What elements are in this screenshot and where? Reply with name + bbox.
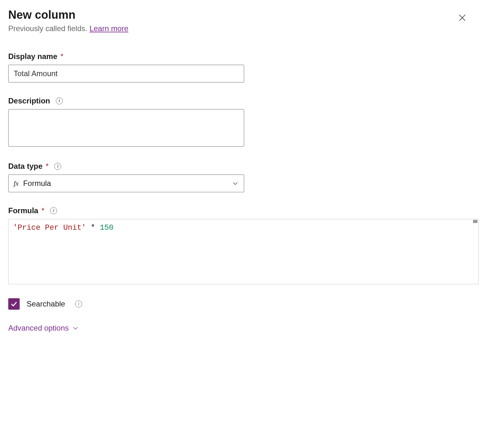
display-name-label-text: Display name: [8, 52, 57, 61]
formula-label-text: Formula: [8, 206, 38, 215]
searchable-row: Searchable i: [8, 298, 472, 310]
panel-title: New column: [8, 8, 128, 22]
required-asterisk: *: [61, 52, 63, 61]
scrollbar-indicator: [473, 220, 477, 223]
learn-more-link[interactable]: Learn more: [89, 24, 128, 33]
description-field-group: Description i: [8, 96, 472, 148]
close-icon: [458, 13, 467, 22]
data-type-dropdown[interactable]: fx Formula: [8, 175, 244, 192]
chevron-down-icon: [72, 325, 79, 332]
description-label: Description i: [8, 96, 472, 105]
close-button[interactable]: [455, 11, 469, 26]
info-icon[interactable]: i: [75, 300, 82, 307]
chevron-down-icon: [232, 180, 239, 187]
advanced-options-label: Advanced options: [8, 324, 69, 333]
info-icon[interactable]: i: [54, 163, 61, 170]
data-type-selected: Formula: [23, 179, 232, 188]
display-name-input[interactable]: [8, 65, 244, 82]
searchable-label: Searchable: [27, 300, 65, 308]
panel-subtitle: Previously called fields. Learn more: [8, 24, 128, 33]
check-icon: [10, 300, 18, 308]
data-type-label-text: Data type: [8, 162, 42, 171]
data-type-field-group: Data type * i fx Formula: [8, 162, 472, 192]
display-name-field-group: Display name *: [8, 52, 472, 82]
description-label-text: Description: [8, 96, 50, 105]
subtitle-text: Previously called fields.: [8, 24, 89, 33]
info-icon[interactable]: i: [50, 207, 57, 214]
required-asterisk: *: [42, 206, 44, 215]
formula-label: Formula * i: [8, 206, 472, 215]
formula-editor[interactable]: 'Price Per Unit' * 150: [8, 219, 479, 284]
formula-token-string: 'Price Per Unit': [13, 223, 86, 232]
fx-icon: fx: [14, 179, 19, 188]
formula-field-group: Formula * i 'Price Per Unit' * 150: [8, 206, 472, 284]
description-input[interactable]: [8, 109, 244, 147]
info-icon[interactable]: i: [56, 97, 63, 104]
advanced-options-toggle[interactable]: Advanced options: [8, 324, 79, 333]
data-type-label: Data type * i: [8, 162, 472, 171]
required-asterisk: *: [46, 162, 49, 171]
display-name-label: Display name *: [8, 52, 472, 61]
formula-token-number: 150: [100, 223, 114, 232]
formula-token-operator: *: [86, 223, 100, 232]
searchable-checkbox[interactable]: [8, 298, 20, 310]
